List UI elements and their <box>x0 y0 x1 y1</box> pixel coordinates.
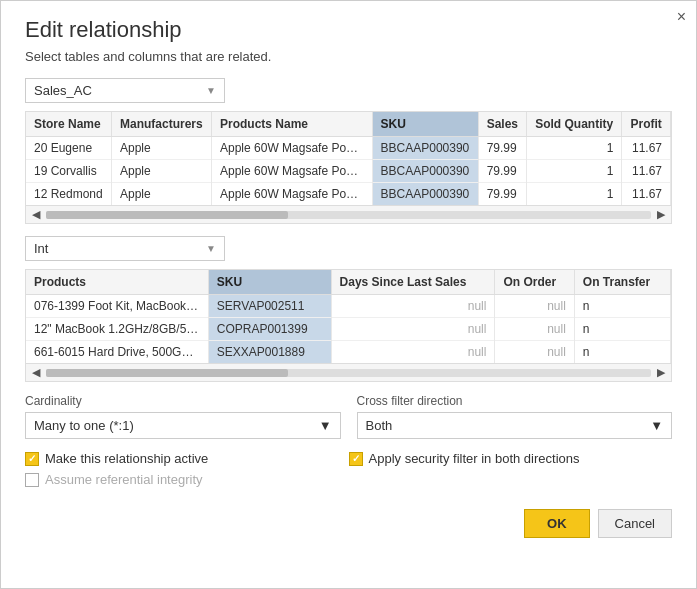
table1-scroll-left-icon[interactable]: ◀ <box>30 208 42 221</box>
cell: 12 Redmond <box>26 183 112 206</box>
active-checkbox-row[interactable]: Make this relationship active <box>25 451 349 466</box>
cell: 11.67 <box>622 137 671 160</box>
edit-relationship-dialog: × Edit relationship Select tables and co… <box>0 0 697 589</box>
cell: Apple <box>112 137 212 160</box>
integrity-checkbox-row[interactable]: Assume referential integrity <box>25 472 349 487</box>
table1-col-products: Products Name <box>212 112 373 137</box>
cell: 11.67 <box>622 183 671 206</box>
security-checkbox-row[interactable]: Apply security filter in both directions <box>349 451 673 466</box>
options-left: Make this relationship active Assume ref… <box>25 451 349 493</box>
table-row: 20 Eugene Apple Apple 60W Magsafe Power … <box>26 137 671 160</box>
table1-dropdown-value: Sales_AC <box>34 83 92 98</box>
integrity-label: Assume referential integrity <box>45 472 203 487</box>
cell: null <box>331 341 495 364</box>
table2-dropdown-value: Int <box>34 241 48 256</box>
table2-scrollbar[interactable]: ◀ ▶ <box>26 363 671 381</box>
cell: Apple 60W Magsafe Power Adapter <box>212 183 373 206</box>
cardinality-dropdown[interactable]: Many to one (*:1) ▼ <box>25 412 341 439</box>
crossfilter-value: Both <box>366 418 393 433</box>
table2-col-sku[interactable]: SKU <box>208 270 331 295</box>
cell: Apple <box>112 160 212 183</box>
filter-section: Cardinality Many to one (*:1) ▼ Cross fi… <box>25 394 672 439</box>
table1-scrollbar-thumb <box>46 211 288 219</box>
table1-col-store: Store Name <box>26 112 112 137</box>
active-checkbox[interactable] <box>25 452 39 466</box>
cell: 11.67 <box>622 160 671 183</box>
cell: null <box>331 318 495 341</box>
cell: 076-1399 Foot Kit, MacBook Pro, Pkg of 4… <box>26 295 208 318</box>
table1-dropdown[interactable]: Sales_AC ▼ <box>25 78 225 103</box>
cell: 79.99 <box>478 160 527 183</box>
table2-col-days: Days Since Last Sales <box>331 270 495 295</box>
cell: 661-6015 Hard Drive, 500GB, 5400, OSX 10… <box>26 341 208 364</box>
dialog-title: Edit relationship <box>25 17 672 43</box>
crossfilter-label: Cross filter direction <box>357 394 673 408</box>
cell-sku: SERVAP002511 <box>208 295 331 318</box>
cell: 20 Eugene <box>26 137 112 160</box>
cell: 79.99 <box>478 183 527 206</box>
cardinality-col: Cardinality Many to one (*:1) ▼ <box>25 394 341 439</box>
cell-sku: SEXXAP001889 <box>208 341 331 364</box>
table1-col-soldqty: Sold Quantity <box>527 112 622 137</box>
table2-col-products: Products <box>26 270 208 295</box>
table1-dropdown-arrow: ▼ <box>206 85 216 96</box>
table2-scroll-left-icon[interactable]: ◀ <box>30 366 42 379</box>
table-row: 12" MacBook 1.2GHz/8GB/512FLASH (EOL) - … <box>26 318 671 341</box>
cell: null <box>331 295 495 318</box>
table2-col-ontransfer: On Transfer <box>574 270 670 295</box>
table1-dropdown-row: Sales_AC ▼ <box>25 78 672 103</box>
table-row: 076-1399 Foot Kit, MacBook Pro, Pkg of 4… <box>26 295 671 318</box>
table1-scrollbar-track[interactable] <box>46 211 651 219</box>
integrity-checkbox[interactable] <box>25 473 39 487</box>
security-label: Apply security filter in both directions <box>369 451 580 466</box>
cell: 1 <box>527 137 622 160</box>
ok-button[interactable]: OK <box>524 509 590 538</box>
cell: n <box>574 295 670 318</box>
table2-dropdown-arrow: ▼ <box>206 243 216 254</box>
cell: Apple 60W Magsafe Power Adapter <box>212 137 373 160</box>
table-row: 661-6015 Hard Drive, 500GB, 5400, OSX 10… <box>26 341 671 364</box>
cell-sku: BBCAAP000390 <box>372 160 478 183</box>
cell-sku: COPRAP001399 <box>208 318 331 341</box>
cell: 12" MacBook 1.2GHz/8GB/512FLASH (EOL) - … <box>26 318 208 341</box>
options-row: Make this relationship active Assume ref… <box>25 451 672 493</box>
table1-scrollbar[interactable]: ◀ ▶ <box>26 205 671 223</box>
table2-container: Products SKU Days Since Last Sales On Or… <box>25 269 672 382</box>
table2-scroll-right-icon[interactable]: ▶ <box>655 366 667 379</box>
security-checkbox[interactable] <box>349 452 363 466</box>
table2: Products SKU Days Since Last Sales On Or… <box>26 270 671 363</box>
table1-container: Store Name Manufacturers Products Name S… <box>25 111 672 224</box>
table-row: 12 Redmond Apple Apple 60W Magsafe Power… <box>26 183 671 206</box>
cell: n <box>574 341 670 364</box>
cardinality-label: Cardinality <box>25 394 341 408</box>
table2-header-row: Products SKU Days Since Last Sales On Or… <box>26 270 671 295</box>
cell: 1 <box>527 160 622 183</box>
table1-header-row: Store Name Manufacturers Products Name S… <box>26 112 671 137</box>
table1-col-sales: Sales <box>478 112 527 137</box>
table1-col-mfr: Manufacturers <box>112 112 212 137</box>
table2-scrollbar-thumb <box>46 369 288 377</box>
table1-scroll-right-icon[interactable]: ▶ <box>655 208 667 221</box>
table1-col-sku[interactable]: SKU <box>372 112 478 137</box>
cell: null <box>495 295 574 318</box>
cell: null <box>495 341 574 364</box>
table2-scrollbar-track[interactable] <box>46 369 651 377</box>
cancel-button[interactable]: Cancel <box>598 509 672 538</box>
active-label: Make this relationship active <box>45 451 208 466</box>
crossfilter-arrow: ▼ <box>650 418 663 433</box>
close-button[interactable]: × <box>677 9 686 25</box>
cell: 1 <box>527 183 622 206</box>
crossfilter-dropdown[interactable]: Both ▼ <box>357 412 673 439</box>
table1-col-profit: Profit <box>622 112 671 137</box>
crossfilter-col: Cross filter direction Both ▼ <box>357 394 673 439</box>
cell: Apple <box>112 183 212 206</box>
dialog-footer: OK Cancel <box>25 509 672 538</box>
table2-dropdown[interactable]: Int ▼ <box>25 236 225 261</box>
cell: Apple 60W Magsafe Power Adapter <box>212 160 373 183</box>
cell: 79.99 <box>478 137 527 160</box>
table-row: 19 Corvallis Apple Apple 60W Magsafe Pow… <box>26 160 671 183</box>
cell-sku: BBCAAP000390 <box>372 137 478 160</box>
cell: null <box>495 318 574 341</box>
cardinality-arrow: ▼ <box>319 418 332 433</box>
cell: n <box>574 318 670 341</box>
